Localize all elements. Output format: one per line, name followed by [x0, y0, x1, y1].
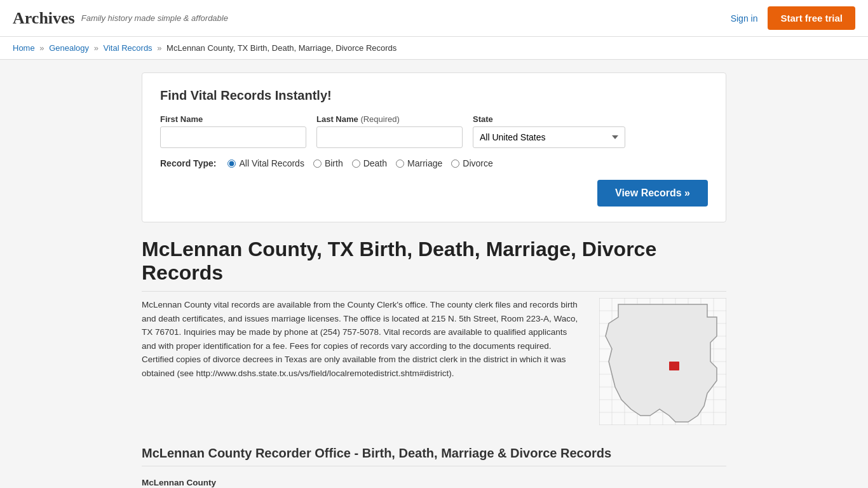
recorder-info: McLennan County PO Box 1727 Waco, TX 767… [142, 475, 726, 488]
search-title: Find Vital Records Instantly! [160, 88, 708, 103]
record-type-death[interactable]: Death [352, 158, 387, 168]
start-trial-button[interactable]: Start free trial [768, 6, 855, 30]
content-section: McLennan County vital records are availa… [142, 298, 726, 427]
record-type-divorce[interactable]: Divorce [451, 158, 492, 168]
site-header: Archives Family history made simple & af… [0, 0, 868, 37]
last-name-label: Last Name (Required) [316, 114, 463, 124]
texas-map-container [599, 298, 726, 427]
office-name: McLennan County [142, 478, 216, 487]
tagline: Family history made simple & affordable [81, 13, 228, 23]
first-name-field-group: First Name [160, 114, 306, 148]
texas-map-svg [599, 298, 726, 425]
sep1: » [39, 43, 44, 53]
search-box: Find Vital Records Instantly! First Name… [142, 72, 726, 222]
header-left: Archives Family history made simple & af… [13, 9, 228, 28]
state-field-group: State All United States [473, 114, 625, 148]
sep3: » [157, 43, 161, 53]
breadcrumb-vital-records[interactable]: Vital Records [104, 43, 153, 53]
view-records-button[interactable]: View Records » [597, 180, 708, 207]
view-records-btn-row: View Records » [160, 180, 708, 207]
breadcrumb-genealogy[interactable]: Genealogy [49, 43, 89, 53]
recorder-section: McLennan County Recorder Office - Birth,… [142, 446, 726, 488]
radio-divorce[interactable] [451, 159, 459, 168]
content-description: McLennan County vital records are availa… [142, 298, 580, 427]
recorder-title: McLennan County Recorder Office - Birth,… [142, 446, 726, 466]
state-label: State [473, 114, 625, 124]
logo-text: Archives [13, 9, 75, 27]
last-name-field-group: Last Name (Required) [316, 114, 463, 148]
first-name-input[interactable] [160, 126, 306, 148]
record-type-row: Record Type: All Vital Records Birth Dea… [160, 158, 708, 168]
radio-death[interactable] [352, 159, 360, 168]
radio-all-vital[interactable] [227, 159, 236, 168]
sign-in-link[interactable]: Sign in [731, 13, 758, 24]
record-type-label: Record Type: [160, 158, 216, 168]
record-type-marriage[interactable]: Marriage [396, 158, 442, 168]
record-type-all-vital[interactable]: All Vital Records [227, 158, 304, 168]
logo: Archives [13, 9, 75, 28]
record-type-birth[interactable]: Birth [313, 158, 343, 168]
breadcrumb-current: McLennan County, TX Birth, Death, Marria… [166, 43, 397, 53]
radio-birth[interactable] [313, 159, 322, 168]
breadcrumb: Home » Genealogy » Vital Records » McLen… [0, 37, 868, 60]
breadcrumb-home[interactable]: Home [13, 43, 35, 53]
state-select[interactable]: All United States [473, 126, 625, 148]
sep2: » [94, 43, 98, 53]
first-name-label: First Name [160, 114, 306, 124]
header-right: Sign in Start free trial [731, 6, 855, 30]
search-fields: First Name Last Name (Required) State Al… [160, 114, 708, 148]
page-title: McLennan County, TX Birth, Death, Marria… [142, 238, 726, 292]
radio-marriage[interactable] [396, 159, 404, 168]
svg-point-20 [671, 363, 677, 369]
record-type-options: All Vital Records Birth Death Marriage D… [227, 158, 492, 168]
main-content: Find Vital Records Instantly! First Name… [129, 72, 739, 488]
last-name-input[interactable] [316, 126, 463, 148]
